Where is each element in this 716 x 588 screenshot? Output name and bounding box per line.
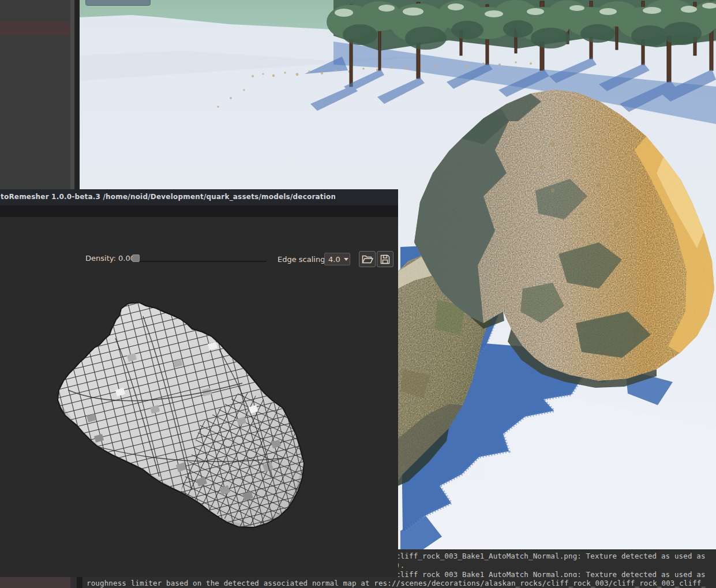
save-icon	[380, 254, 390, 264]
screen: cliff_rock_003_Bake1_AutoMatch_Normal.pn…	[0, 0, 716, 588]
autoremesher-window: toRemesher 1.0.0-beta.3 /home/noid/Devel…	[0, 189, 398, 577]
mesh-wireframe	[52, 298, 312, 540]
density-label: Density: 0.00	[85, 254, 135, 263]
open-folder-icon	[362, 254, 373, 264]
window-titlebar[interactable]: toRemesher 1.0.0-beta.3 /home/noid/Devel…	[0, 189, 398, 205]
density-slider-track[interactable]	[136, 261, 267, 262]
sidebar-selected-row[interactable]	[0, 22, 70, 35]
bottom-panel-gap	[77, 577, 83, 588]
remeshed-rock	[0, 280, 398, 577]
console-line: ).	[398, 561, 404, 570]
bottom-panel-cell	[70, 577, 77, 588]
console-line: cliff_rock_003_Bake1_AutoMatch_Normal.pn…	[398, 570, 706, 577]
console-line: cliff_rock_003_Bake1_AutoMatch_Normal.pn…	[398, 552, 706, 561]
edge-scaling-value: 4.0	[328, 255, 340, 264]
open-file-button[interactable]	[359, 251, 376, 267]
remesher-content: Density: 0.00 Edge scaling: 4.0	[0, 217, 398, 577]
output-console-bottom: roughness limiter based on the detected …	[83, 577, 716, 588]
output-console-right: cliff_rock_003_Bake1_AutoMatch_Normal.pn…	[398, 549, 716, 577]
viewport-top-button[interactable]	[85, 0, 151, 6]
mesh-preview-canvas[interactable]	[0, 280, 398, 577]
window-substrip	[0, 205, 398, 217]
save-button[interactable]	[377, 251, 393, 267]
console-line: roughness limiter based on the detected …	[87, 579, 706, 588]
window-title: toRemesher 1.0.0-beta.3 /home/noid/Devel…	[1, 193, 335, 201]
edge-scaling-label: Edge scaling:	[278, 255, 328, 264]
density-slider-handle[interactable]	[132, 254, 140, 262]
bottom-panel-strip	[0, 577, 70, 588]
chevron-down-icon	[344, 258, 348, 261]
edge-scaling-select[interactable]: 4.0	[324, 253, 350, 265]
